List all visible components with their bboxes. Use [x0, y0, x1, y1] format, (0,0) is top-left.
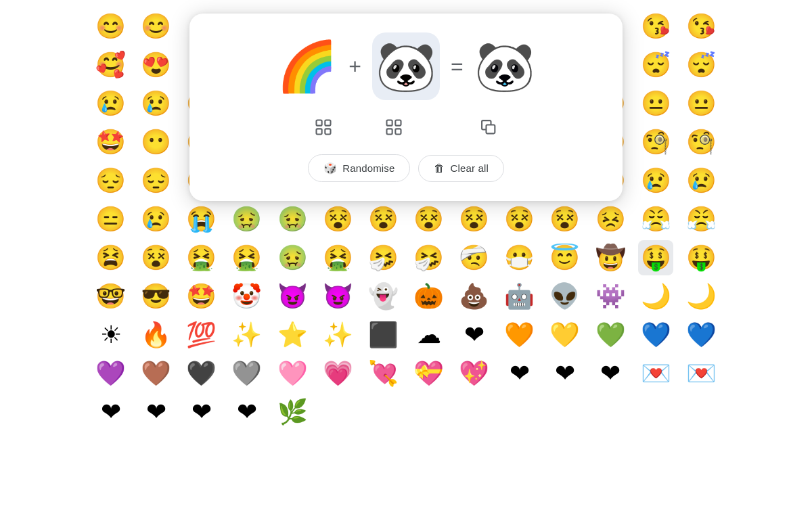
- emoji-cell[interactable]: 🔥: [139, 317, 174, 353]
- emoji-cell[interactable]: 😢: [683, 163, 719, 198]
- emoji-cell[interactable]: 💜: [93, 356, 129, 391]
- emoji-cell[interactable]: [457, 394, 492, 430]
- center-emoji-slot[interactable]: 🐼: [372, 32, 440, 100]
- emoji-cell[interactable]: 😊: [139, 9, 174, 44]
- emoji-cell[interactable]: [411, 394, 447, 430]
- emoji-cell[interactable]: 🌙: [638, 279, 673, 314]
- emoji-cell[interactable]: 😈: [275, 279, 310, 314]
- emoji-cell[interactable]: [683, 394, 719, 430]
- emoji-cell[interactable]: [547, 394, 583, 430]
- emoji-cell[interactable]: 💯: [184, 317, 219, 353]
- emoji-cell[interactable]: 😵: [320, 202, 355, 237]
- emoji-cell[interactable]: ✨: [229, 317, 265, 353]
- emoji-cell[interactable]: [638, 394, 673, 430]
- emoji-cell[interactable]: 🧐: [683, 124, 719, 160]
- emoji-cell[interactable]: ❤: [184, 394, 219, 430]
- emoji-cell[interactable]: 😢: [139, 86, 174, 121]
- emoji-cell[interactable]: ❤: [593, 356, 628, 391]
- left-emoji[interactable]: 🌈: [277, 42, 338, 91]
- emoji-cell[interactable]: 😘: [683, 9, 719, 44]
- emoji-cell[interactable]: 💙: [638, 317, 673, 353]
- emoji-cell[interactable]: ❤: [229, 394, 265, 430]
- emoji-cell[interactable]: 💖: [457, 356, 492, 391]
- emoji-cell[interactable]: ☁: [411, 317, 447, 353]
- emoji-cell[interactable]: 🤧: [411, 240, 447, 275]
- emoji-cell[interactable]: 😵: [365, 202, 401, 237]
- emoji-cell[interactable]: 👻: [365, 279, 401, 314]
- emoji-cell[interactable]: 💌: [683, 356, 719, 391]
- emoji-cell[interactable]: 💛: [547, 317, 583, 353]
- emoji-cell[interactable]: 🤢: [275, 240, 310, 275]
- emoji-cell[interactable]: 😷: [502, 240, 537, 275]
- emoji-cell[interactable]: 🖤: [184, 356, 219, 391]
- emoji-cell[interactable]: 😵: [502, 202, 537, 237]
- emoji-cell[interactable]: 😤: [683, 202, 719, 237]
- emoji-cell[interactable]: 🥰: [93, 47, 129, 83]
- emoji-cell[interactable]: 🤢: [229, 202, 265, 237]
- emoji-cell[interactable]: 😑: [93, 202, 129, 237]
- emoji-cell[interactable]: 🤧: [365, 240, 401, 275]
- emoji-cell[interactable]: 😢: [93, 86, 129, 121]
- emoji-cell[interactable]: 👾: [593, 279, 628, 314]
- emoji-cell[interactable]: 😢: [139, 202, 174, 237]
- emoji-cell[interactable]: 🤢: [275, 202, 310, 237]
- emoji-cell[interactable]: [593, 394, 628, 430]
- emoji-cell[interactable]: 🤑: [638, 240, 673, 275]
- emoji-cell[interactable]: 😵: [411, 202, 447, 237]
- emoji-cell[interactable]: 😤: [638, 202, 673, 237]
- emoji-cell[interactable]: 😔: [139, 163, 174, 198]
- emoji-cell[interactable]: 🤠: [593, 240, 628, 275]
- clear-all-button[interactable]: 🗑 Clear all: [418, 155, 504, 182]
- emoji-cell[interactable]: 💚: [593, 317, 628, 353]
- emoji-cell[interactable]: ❤: [547, 356, 583, 391]
- emoji-cell[interactable]: 🌙: [683, 279, 719, 314]
- emoji-cell[interactable]: 😴: [638, 47, 673, 83]
- emoji-cell[interactable]: 💩: [457, 279, 492, 314]
- emoji-cell[interactable]: 😴: [683, 47, 719, 83]
- emoji-cell[interactable]: 😘: [638, 9, 673, 44]
- emoji-cell[interactable]: ☀: [93, 317, 129, 353]
- emoji-cell[interactable]: 🤓: [93, 279, 129, 314]
- emoji-cell[interactable]: ❤: [502, 356, 537, 391]
- emoji-cell[interactable]: 😫: [93, 240, 129, 275]
- emoji-cell[interactable]: 😐: [638, 86, 673, 121]
- emoji-cell[interactable]: 🎃: [411, 279, 447, 314]
- emoji-cell[interactable]: 😢: [638, 163, 673, 198]
- emoji-cell[interactable]: 😶: [139, 124, 174, 160]
- emoji-cell[interactable]: 😎: [139, 279, 174, 314]
- emoji-cell[interactable]: 😣: [593, 202, 628, 237]
- emoji-cell[interactable]: ❤: [457, 317, 492, 353]
- emoji-cell[interactable]: 💗: [320, 356, 355, 391]
- emoji-cell[interactable]: 🤮: [184, 240, 219, 275]
- emoji-cell[interactable]: 💌: [638, 356, 673, 391]
- emoji-cell[interactable]: 🤮: [320, 240, 355, 275]
- randomise-button[interactable]: 🎲 Randomise: [308, 154, 410, 182]
- emoji-cell[interactable]: 🌿: [275, 394, 310, 430]
- emoji-cell[interactable]: 😵: [547, 202, 583, 237]
- emoji-cell[interactable]: [320, 394, 355, 430]
- emoji-cell[interactable]: 😊: [93, 9, 129, 44]
- emoji-cell[interactable]: 💘: [365, 356, 401, 391]
- emoji-cell[interactable]: 😍: [139, 47, 174, 83]
- emoji-cell[interactable]: ❤: [93, 394, 129, 430]
- emoji-cell[interactable]: 🤑: [683, 240, 719, 275]
- emoji-cell[interactable]: 🤡: [229, 279, 265, 314]
- emoji-cell[interactable]: ⭐: [275, 317, 310, 353]
- emoji-cell[interactable]: 😵: [139, 240, 174, 275]
- copy-icon[interactable]: [475, 114, 502, 141]
- emoji-cell[interactable]: 💝: [411, 356, 447, 391]
- emoji-cell[interactable]: 👽: [547, 279, 583, 314]
- emoji-cell[interactable]: 😇: [547, 240, 583, 275]
- emoji-cell[interactable]: ❤: [139, 394, 174, 430]
- left-slot-icon[interactable]: [310, 114, 337, 141]
- emoji-cell[interactable]: 🩷: [275, 356, 310, 391]
- emoji-cell[interactable]: ✨: [320, 317, 355, 353]
- emoji-cell[interactable]: [365, 394, 401, 430]
- emoji-cell[interactable]: [502, 394, 537, 430]
- center-slot-icon[interactable]: [380, 114, 407, 141]
- emoji-cell[interactable]: 🤩: [184, 279, 219, 314]
- emoji-cell[interactable]: 🤖: [502, 279, 537, 314]
- emoji-cell[interactable]: 😔: [93, 163, 129, 198]
- emoji-cell[interactable]: 😵: [457, 202, 492, 237]
- emoji-cell[interactable]: 😭: [184, 202, 219, 237]
